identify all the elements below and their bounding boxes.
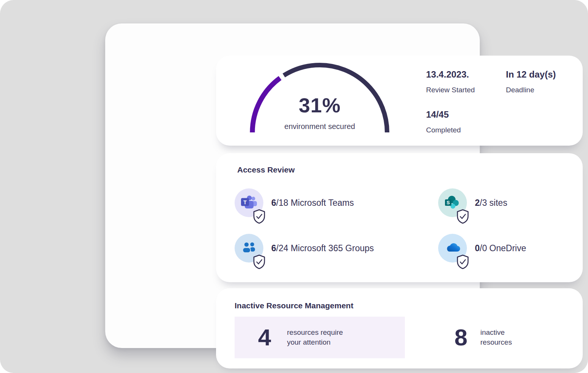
groups-total-label: /24 Microsoft 365 Groups [276, 243, 374, 253]
inactive-resources-stat: 8 inactive resources [454, 317, 512, 358]
sites-reviewed-count: 2 [475, 198, 480, 208]
access-review-item-onedrive[interactable]: 0/0 OneDrive [438, 234, 588, 272]
svg-text:S: S [446, 200, 450, 205]
onedrive-reviewed-count: 0 [475, 243, 480, 253]
access-review-item-sites[interactable]: S 2/3 sites [438, 188, 588, 226]
shield-check-icon [456, 209, 469, 225]
teams-total-label: /18 Microsoft Teams [276, 198, 354, 208]
environment-summary-card: 31% environment secured 13.4.2023. Revie… [216, 56, 583, 146]
access-review-item-groups[interactable]: 6/24 Microsoft 365 Groups [235, 234, 416, 272]
groups-count-text: 6/24 Microsoft 365 Groups [271, 234, 374, 263]
inactive-resource-title: Inactive Resource Management [235, 301, 353, 310]
inactive-resource-card: Inactive Resource Management 4 resources… [216, 288, 583, 368]
resources-attention-label: resources require your attention [287, 328, 343, 347]
access-review-card: Access Review T [216, 153, 583, 282]
completed-label: Completed [426, 126, 461, 134]
resources-attention-callout[interactable]: 4 resources require your attention [235, 317, 405, 358]
review-started-label: Review Started [426, 86, 475, 94]
groups-reviewed-count: 6 [271, 243, 276, 253]
gauge-caption: environment secured [248, 122, 392, 131]
teams-count-text: 6/18 Microsoft Teams [271, 188, 354, 217]
inactive-resources-count: 8 [454, 326, 467, 349]
gauge-percent-value: 31% [248, 93, 392, 117]
dashboard-container: 31% environment secured 13.4.2023. Revie… [105, 23, 480, 348]
access-review-title: Access Review [237, 165, 295, 174]
inactive-resources-label-line1: inactive [480, 328, 512, 337]
completed-stat: 14/45 Completed [426, 109, 461, 134]
deadline-stat: In 12 day(s) Deadline [506, 69, 556, 94]
inactive-resources-label: inactive resources [480, 328, 512, 347]
sites-total-label: /3 sites [480, 198, 507, 208]
review-started-stat: 13.4.2023. Review Started [426, 69, 475, 94]
shield-check-icon [253, 254, 266, 271]
resources-attention-label-line2: your attention [287, 337, 343, 347]
completed-value: 14/45 [426, 109, 461, 120]
shield-check-icon [456, 254, 469, 271]
onedrive-count-text: 0/0 OneDrive [475, 234, 526, 263]
sites-count-text: 2/3 sites [475, 188, 507, 217]
svg-text:T: T [243, 199, 247, 205]
deadline-label: Deadline [506, 86, 556, 94]
teams-reviewed-count: 6 [271, 198, 276, 208]
shield-check-icon [253, 209, 266, 225]
access-review-item-teams[interactable]: T 6/18 Microsoft Teams [235, 188, 416, 226]
onedrive-total-label: /0 OneDrive [480, 243, 526, 253]
review-started-value: 13.4.2023. [426, 69, 475, 80]
inactive-resources-label-line2: resources [480, 337, 512, 347]
app-canvas: 31% environment secured 13.4.2023. Revie… [0, 0, 588, 373]
resources-attention-label-line1: resources require [287, 328, 343, 337]
resources-attention-count: 4 [258, 326, 271, 349]
deadline-value: In 12 day(s) [506, 69, 556, 80]
